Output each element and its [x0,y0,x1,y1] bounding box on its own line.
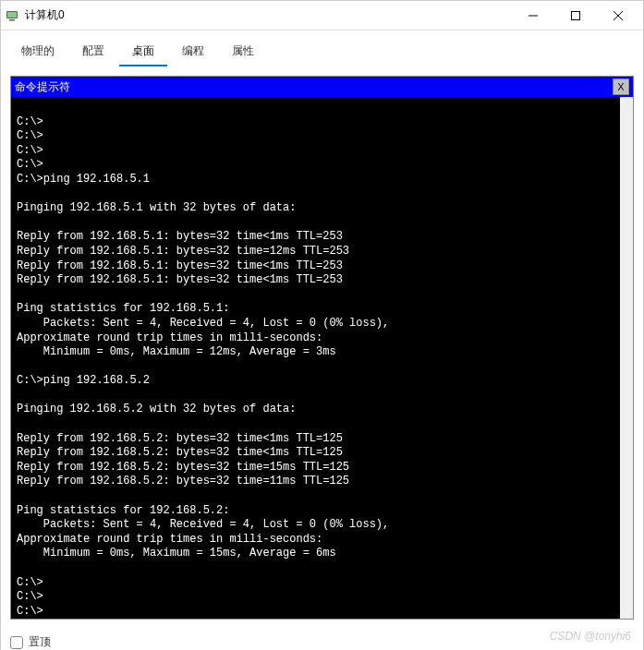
terminal-window: 命令提示符 X C:\> C:\> C:\> C:\> C:\>ping 192… [10,76,634,620]
content-area: 命令提示符 X C:\> C:\> C:\> C:\> C:\>ping 192… [1,66,643,629]
window-controls [512,2,639,30]
minimize-icon [529,11,538,20]
minimize-button[interactable] [512,2,554,30]
terminal-close-button[interactable]: X [613,78,629,95]
close-button[interactable] [597,2,639,30]
svg-rect-2 [9,19,15,21]
tab-desktop[interactable]: 桌面 [119,38,167,66]
terminal-titlebar: 命令提示符 X [11,77,633,97]
tab-programming[interactable]: 编程 [169,38,217,66]
maximize-button[interactable] [554,2,597,30]
maximize-icon [571,11,580,20]
footer: 置顶 [1,629,643,650]
terminal-title: 命令提示符 [15,79,70,95]
window-title: 计算机0 [25,7,512,23]
titlebar: 计算机0 [1,1,643,30]
app-icon [5,8,19,23]
topmost-checkbox[interactable] [10,636,23,649]
terminal-output[interactable]: C:\> C:\> C:\> C:\> C:\>ping 192.168.5.1… [11,97,633,619]
svg-rect-4 [572,11,580,19]
watermark: CSDN @tonyhi6 [550,630,631,643]
tab-attributes[interactable]: 属性 [219,38,267,66]
tab-config[interactable]: 配置 [69,38,117,66]
app-window: 计算机0 物理的 配置 桌面 编程 属性 命令提示符 X C:\> C:\> C… [0,0,644,650]
topmost-label: 置顶 [29,634,51,650]
close-icon [614,11,623,20]
svg-rect-1 [7,12,17,18]
tab-bar: 物理的 配置 桌面 编程 属性 [1,30,643,66]
tab-physical[interactable]: 物理的 [8,38,67,66]
